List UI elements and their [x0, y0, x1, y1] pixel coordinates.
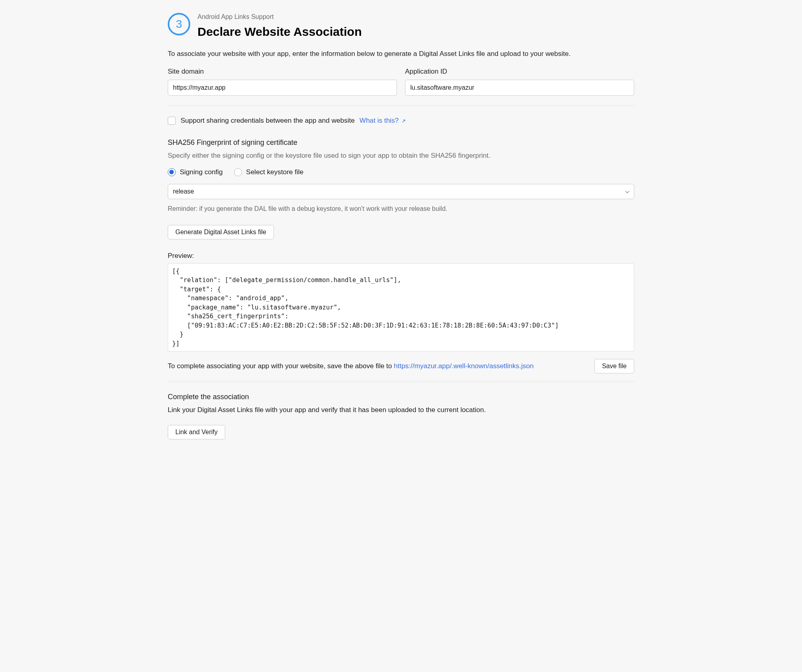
fingerprint-radio-group: Signing config Select keystore file — [168, 167, 634, 177]
radio-keystore[interactable]: Select keystore file — [234, 167, 304, 177]
save-instruction: To complete associating your app with yo… — [168, 361, 534, 371]
page-subtitle: Android App Links Support — [197, 12, 362, 22]
header-row: 3 Android App Links Support Declare Webs… — [168, 12, 634, 41]
radio-signing-config-label: Signing config — [180, 167, 223, 177]
signing-config-select[interactable] — [168, 184, 634, 199]
section-divider — [168, 105, 634, 106]
application-id-col: Application ID — [405, 66, 634, 96]
site-domain-input[interactable] — [168, 80, 397, 96]
fingerprint-description: Specify either the signing config or the… — [168, 150, 634, 161]
link-and-verify-button[interactable]: Link and Verify — [168, 425, 225, 439]
form-row: Site domain Application ID — [168, 66, 634, 96]
signing-config-select-wrap — [168, 184, 634, 199]
site-domain-col: Site domain — [168, 66, 397, 96]
radio-signing-config[interactable]: Signing config — [168, 167, 223, 177]
preview-content: [{ "relation": ["delegate_permission/com… — [168, 263, 634, 352]
what-is-this-text: What is this? — [360, 117, 399, 124]
what-is-this-link[interactable]: What is this? ↗ — [360, 115, 406, 126]
radio-keystore-label: Select keystore file — [246, 167, 304, 177]
header-titles: Android App Links Support Declare Websit… — [197, 12, 362, 41]
credentials-checkbox-row: Support sharing credentials between the … — [168, 115, 634, 126]
step-number-circle: 3 — [168, 13, 190, 35]
save-file-row: To complete associating your app with yo… — [168, 359, 634, 373]
section-divider-2 — [168, 381, 634, 382]
radio-signing-config-btn — [168, 168, 176, 176]
credentials-checkbox[interactable] — [168, 117, 176, 125]
radio-keystore-btn — [234, 168, 242, 176]
page-container: 3 Android App Links Support Declare Webs… — [152, 0, 650, 456]
page-title: Declare Website Association — [197, 23, 362, 41]
complete-heading: Complete the association — [168, 392, 634, 402]
credentials-checkbox-label: Support sharing credentials between the … — [181, 115, 355, 126]
complete-text: Link your Digital Asset Links file with … — [168, 405, 634, 415]
keystore-reminder: Reminder: if you generate the DAL file w… — [168, 204, 634, 214]
preview-label: Preview: — [168, 251, 634, 261]
generate-dal-button[interactable]: Generate Digital Asset Links file — [168, 225, 274, 239]
save-instruction-prefix: To complete associating your app with yo… — [168, 362, 394, 370]
site-domain-label: Site domain — [168, 66, 397, 77]
save-file-button[interactable]: Save file — [594, 359, 634, 373]
external-link-icon: ↗ — [401, 118, 406, 124]
application-id-label: Application ID — [405, 66, 634, 77]
assetlinks-url-link[interactable]: https://myazur.app/.well-known/assetlink… — [394, 362, 534, 370]
fingerprint-heading: SHA256 Fingerprint of signing certificat… — [168, 137, 634, 148]
application-id-input[interactable] — [405, 80, 634, 96]
intro-text: To associate your website with your app,… — [168, 49, 634, 59]
